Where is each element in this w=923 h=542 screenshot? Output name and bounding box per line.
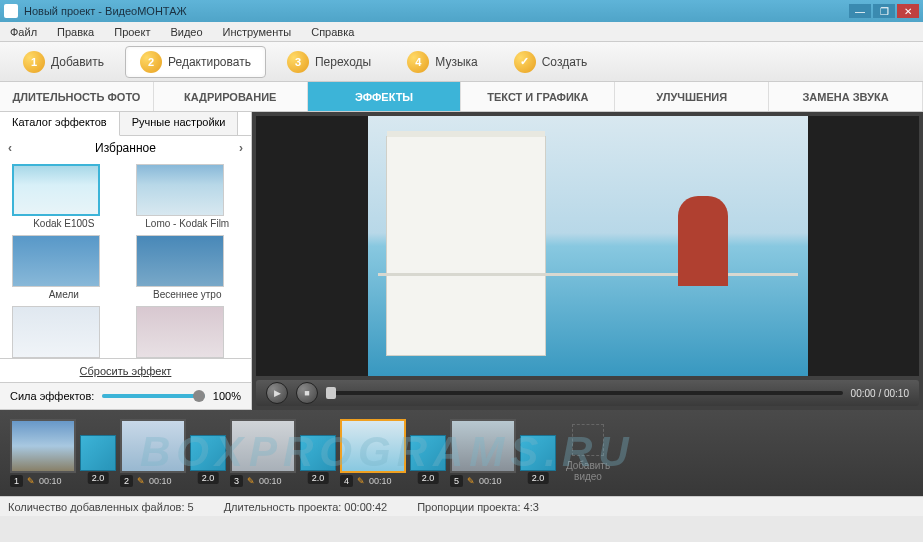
seek-slider[interactable] bbox=[326, 391, 843, 395]
statusbar: Количество добавленных файлов: 5 Длитель… bbox=[0, 496, 923, 516]
slider-value: 100% bbox=[213, 390, 241, 402]
menu-file[interactable]: Файл bbox=[4, 24, 43, 40]
subtab-duration[interactable]: ДЛИТЕЛЬНОСТЬ ФОТО bbox=[0, 82, 154, 111]
menu-video[interactable]: Видео bbox=[164, 24, 208, 40]
effect-item[interactable]: Lomo - Kodak Film bbox=[136, 164, 240, 229]
timeline-clip[interactable]: 5✎00:10 bbox=[450, 419, 516, 487]
pencil-icon: ✎ bbox=[27, 476, 35, 486]
panel-tabs: Каталог эффектов Ручные настройки bbox=[0, 112, 251, 136]
step-add[interactable]: 1Добавить bbox=[8, 46, 119, 78]
timeline-clip[interactable]: 1✎00:10 bbox=[10, 419, 76, 487]
menu-help[interactable]: Справка bbox=[305, 24, 360, 40]
subtab-crop[interactable]: КАДРИРОВАНИЕ bbox=[154, 82, 308, 111]
pencil-icon: ✎ bbox=[467, 476, 475, 486]
step-tabs: 1Добавить 2Редактировать 3Переходы 4Музы… bbox=[0, 42, 923, 82]
status-ratio: Пропорции проекта: 4:3 bbox=[417, 501, 539, 513]
preview-viewport bbox=[256, 116, 919, 376]
preview-image bbox=[368, 116, 808, 376]
app-icon bbox=[4, 4, 18, 18]
effects-grid: Kodak E100S Lomo - Kodak Film Амели Весе… bbox=[0, 160, 251, 358]
effect-item[interactable]: Весеннее утро bbox=[136, 235, 240, 300]
close-button[interactable]: ✕ bbox=[897, 4, 919, 18]
menu-tools[interactable]: Инструменты bbox=[217, 24, 298, 40]
effect-item[interactable] bbox=[136, 306, 240, 358]
subtabs: ДЛИТЕЛЬНОСТЬ ФОТО КАДРИРОВАНИЕ ЭФФЕКТЫ Т… bbox=[0, 82, 923, 112]
tab-manual[interactable]: Ручные настройки bbox=[120, 112, 239, 135]
transition-slot[interactable]: 2.0 bbox=[520, 435, 556, 471]
effect-item[interactable]: Kodak E100S bbox=[12, 164, 116, 229]
pencil-icon: ✎ bbox=[247, 476, 255, 486]
add-video-button[interactable]: Добавить видео bbox=[560, 424, 616, 482]
status-duration: Длительность проекта: 00:00:42 bbox=[224, 501, 388, 513]
prev-category-button[interactable]: ‹ bbox=[8, 141, 12, 155]
subtab-audio[interactable]: ЗАМЕНА ЗВУКА bbox=[769, 82, 923, 111]
filmstrip-icon bbox=[572, 424, 604, 456]
timeline-clip[interactable]: 2✎00:10 bbox=[120, 419, 186, 487]
category-header: ‹ Избранное › bbox=[0, 136, 251, 160]
subtab-effects[interactable]: ЭФФЕКТЫ bbox=[308, 82, 462, 111]
menu-project[interactable]: Проект bbox=[108, 24, 156, 40]
effect-strength-row: Сила эффектов: 100% bbox=[0, 382, 251, 410]
next-category-button[interactable]: › bbox=[239, 141, 243, 155]
step-create[interactable]: ✓Создать bbox=[499, 46, 603, 78]
timeline: 1✎00:10 2.0 2✎00:10 2.0 3✎00:10 2.0 4✎00… bbox=[0, 410, 923, 496]
reset-effect-link[interactable]: Сбросить эффект bbox=[80, 365, 172, 377]
strength-slider[interactable] bbox=[102, 394, 204, 398]
slider-label: Сила эффектов: bbox=[10, 390, 94, 402]
minimize-button[interactable]: — bbox=[849, 4, 871, 18]
main-area: Каталог эффектов Ручные настройки ‹ Избр… bbox=[0, 112, 923, 410]
subtab-text[interactable]: ТЕКСТ И ГРАФИКА bbox=[461, 82, 615, 111]
step-music[interactable]: 4Музыка bbox=[392, 46, 492, 78]
playback-bar: ▶ ■ 00:00 / 00:10 bbox=[256, 380, 919, 406]
preview-area: ▶ ■ 00:00 / 00:10 bbox=[252, 112, 923, 410]
transition-slot[interactable]: 2.0 bbox=[410, 435, 446, 471]
step-edit[interactable]: 2Редактировать bbox=[125, 46, 266, 78]
play-button[interactable]: ▶ bbox=[266, 382, 288, 404]
subtab-enhance[interactable]: УЛУЧШЕНИЯ bbox=[615, 82, 769, 111]
category-name: Избранное bbox=[95, 141, 156, 155]
status-files: Количество добавленных файлов: 5 bbox=[8, 501, 194, 513]
pencil-icon: ✎ bbox=[137, 476, 145, 486]
pencil-icon: ✎ bbox=[357, 476, 365, 486]
window-title: Новый проект - ВидеоМОНТАЖ bbox=[24, 5, 847, 17]
transition-slot[interactable]: 2.0 bbox=[190, 435, 226, 471]
step-transitions[interactable]: 3Переходы bbox=[272, 46, 386, 78]
transition-slot[interactable]: 2.0 bbox=[300, 435, 336, 471]
time-display: 00:00 / 00:10 bbox=[851, 388, 909, 399]
effect-item[interactable]: Амели bbox=[12, 235, 116, 300]
maximize-button[interactable]: ❐ bbox=[873, 4, 895, 18]
panel-footer: Сбросить эффект bbox=[0, 358, 251, 382]
effect-item[interactable] bbox=[12, 306, 116, 358]
titlebar: Новый проект - ВидеоМОНТАЖ — ❐ ✕ bbox=[0, 0, 923, 22]
effects-panel: Каталог эффектов Ручные настройки ‹ Избр… bbox=[0, 112, 252, 410]
transition-slot[interactable]: 2.0 bbox=[80, 435, 116, 471]
timeline-clip[interactable]: 3✎00:10 bbox=[230, 419, 296, 487]
menubar: Файл Правка Проект Видео Инструменты Спр… bbox=[0, 22, 923, 42]
menu-edit[interactable]: Правка bbox=[51, 24, 100, 40]
stop-button[interactable]: ■ bbox=[296, 382, 318, 404]
tab-catalog[interactable]: Каталог эффектов bbox=[0, 112, 120, 136]
timeline-clip[interactable]: 4✎00:10 bbox=[340, 419, 406, 487]
